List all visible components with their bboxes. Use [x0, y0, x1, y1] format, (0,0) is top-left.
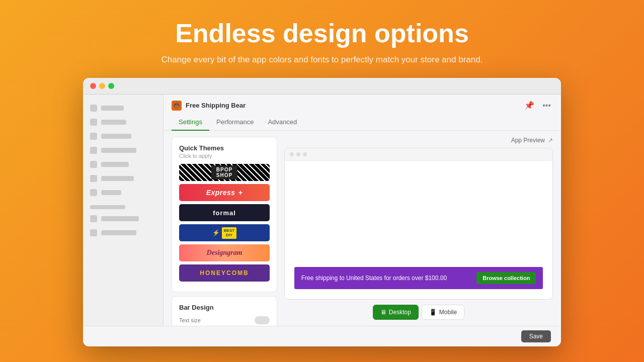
theme-bpop-label: BPOPSHOP [211, 165, 237, 179]
theme-honeycomb[interactable]: Honeycomb [179, 264, 270, 282]
theme-designgram-label: Designgram [207, 249, 243, 257]
desktop-label: Desktop [389, 309, 411, 316]
sidebar-item-sales[interactable] [83, 186, 163, 199]
pin-button[interactable]: 📌 [522, 100, 536, 111]
sidebar-item-products[interactable] [83, 130, 163, 143]
sidebar-item-orders[interactable] [83, 116, 163, 129]
save-button[interactable]: Save [521, 330, 551, 342]
browser-dot-2 [296, 152, 300, 156]
theme-express[interactable]: Express [179, 184, 270, 201]
window-body: 🐻 Free Shipping Bear 📌 ••• Settings Perf… [83, 95, 561, 326]
mobile-icon: 📱 [429, 309, 437, 316]
preview-label: App Preview [511, 137, 545, 144]
browser-dot-3 [303, 152, 307, 156]
customers-icon [90, 147, 97, 154]
discounts-icon [90, 175, 97, 182]
header-actions: 📌 ••• [522, 100, 553, 111]
bar-design-card: Bar Design Text size [172, 296, 277, 326]
left-panel: Quick Themes Click to apply BPOPSHOP Exp… [172, 137, 277, 320]
sidebar-item-analytics[interactable] [83, 158, 163, 171]
mobile-label: Mobile [439, 309, 457, 316]
shipping-bar-text: Free shipping to United States for order… [301, 275, 447, 282]
sales-icon [90, 189, 97, 196]
bestdiy-emoji: ⚡ [212, 229, 220, 236]
external-link-icon[interactable]: ↗ [548, 137, 553, 144]
sidebar-section-blur [90, 205, 125, 209]
window-titlebar [83, 78, 561, 95]
app-title: Free Shipping Bear [186, 102, 246, 109]
mobile-view-button[interactable]: 📱 Mobile [422, 305, 464, 320]
window-footer: Save [83, 326, 561, 346]
home-icon [90, 105, 97, 112]
desktop-view-button[interactable]: 🖥 Desktop [373, 305, 419, 320]
quick-themes-subtitle: Click to apply [179, 153, 270, 159]
main-content: 🐻 Free Shipping Bear 📌 ••• Settings Perf… [164, 95, 561, 326]
preview-browser: Free shipping to United States for order… [284, 148, 553, 300]
orders-icon [90, 119, 97, 126]
theme-bestdiy[interactable]: ⚡ BESTDIY [179, 224, 270, 241]
analytics-icon [90, 161, 97, 168]
tab-performance[interactable]: Performance [209, 114, 261, 131]
theme-formal-label: formal [213, 209, 236, 217]
pos-icon [90, 229, 97, 236]
tab-advanced[interactable]: Advanced [261, 114, 304, 131]
content-area: Quick Themes Click to apply BPOPSHOP Exp… [164, 131, 561, 326]
products-icon [90, 133, 97, 140]
shipping-bar: Free shipping to United States for order… [294, 267, 543, 289]
sidebar-item-customers[interactable] [83, 144, 163, 157]
text-size-label: Text size [179, 317, 201, 323]
bestdiy-badge: BESTDIY [222, 227, 236, 239]
theme-designgram[interactable]: Designgram [179, 244, 270, 261]
app-header: 🐻 Free Shipping Bear 📌 ••• [164, 95, 561, 111]
sidebar-item-pos[interactable] [83, 226, 163, 239]
browser-content: Free shipping to United States for order… [285, 161, 552, 299]
sidebar [83, 95, 164, 326]
quick-themes-card: Quick Themes Click to apply BPOPSHOP Exp… [172, 137, 277, 292]
app-icon: 🐻 [172, 101, 182, 111]
theme-bpop[interactable]: BPOPSHOP [179, 164, 270, 181]
sidebar-item-discounts[interactable] [83, 172, 163, 185]
online-store-icon [90, 215, 97, 222]
quick-themes-title: Quick Themes [179, 144, 270, 152]
text-size-toggle[interactable] [255, 316, 270, 324]
minimize-icon[interactable] [99, 83, 105, 89]
tabs: Settings Performance Advanced [164, 114, 561, 131]
browser-bar [285, 148, 552, 161]
more-options-button[interactable]: ••• [540, 100, 553, 111]
bar-design-title: Bar Design [179, 304, 270, 311]
app-window: 🐻 Free Shipping Bear 📌 ••• Settings Perf… [83, 78, 561, 346]
theme-honeycomb-label: Honeycomb [200, 269, 249, 277]
desktop-icon: 🖥 [380, 309, 386, 316]
browser-dot-1 [290, 152, 294, 156]
hero-subtitle: Change every bit of the app colors and f… [162, 55, 483, 65]
browse-collection-button[interactable]: Browse collection [476, 272, 536, 284]
right-panel: App Preview ↗ Free shipping to United St… [284, 137, 553, 320]
preview-header: App Preview ↗ [284, 137, 553, 144]
text-size-row: Text size [179, 316, 270, 324]
tab-settings[interactable]: Settings [172, 114, 209, 131]
sidebar-item-online-store[interactable] [83, 212, 163, 225]
maximize-icon[interactable] [108, 83, 114, 89]
app-title-area: 🐻 Free Shipping Bear [172, 101, 246, 111]
theme-formal[interactable]: formal [179, 204, 270, 221]
view-toggle: 🖥 Desktop 📱 Mobile [284, 305, 553, 320]
sidebar-item-home[interactable] [83, 102, 163, 115]
theme-express-label: Express [206, 189, 235, 197]
hero-title: Endless design options [175, 19, 469, 48]
close-icon[interactable] [90, 83, 96, 89]
